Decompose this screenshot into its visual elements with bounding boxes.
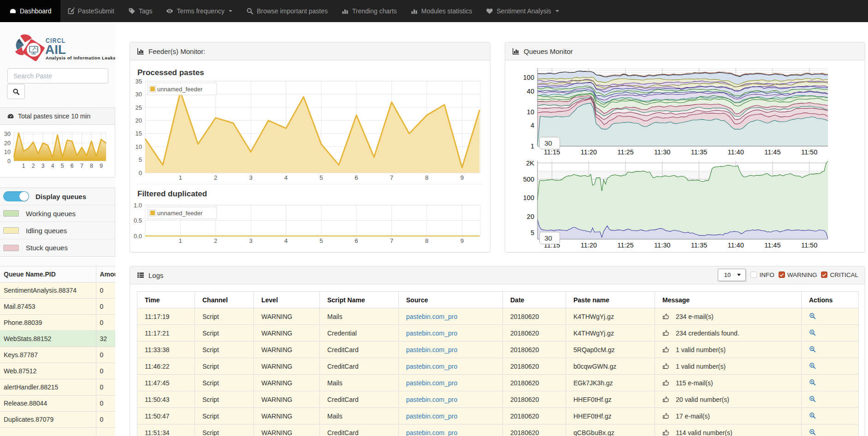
logs-col-source: Source bbox=[399, 292, 503, 308]
queue-amount: 0 bbox=[96, 283, 115, 299]
filter-warning: WARNING bbox=[779, 271, 817, 278]
logs-col-level: Level bbox=[254, 292, 320, 308]
logs-col-actions: Actions bbox=[802, 292, 859, 308]
filtered-duplicated-chart: 1234567890.00.51.0unnamed_feeder bbox=[131, 203, 484, 245]
log-row: 11:50:47ScriptWARNINGMailspastebin.com_p… bbox=[137, 408, 859, 424]
search-icon bbox=[246, 7, 254, 15]
log-message: 17 e-mail(s) bbox=[676, 412, 710, 420]
bar-chart-icon bbox=[137, 47, 144, 55]
log-paste-name: qCBGbuBx.gz bbox=[566, 424, 655, 436]
nav-item-pastesubmit[interactable]: PasteSubmit bbox=[60, 0, 121, 22]
search-plus-icon[interactable] bbox=[809, 412, 816, 419]
svg-text:20: 20 bbox=[4, 140, 11, 147]
log-script: Credential bbox=[320, 325, 399, 342]
log-row: 11:33:38ScriptWARNINGCreditCardpastebin.… bbox=[137, 342, 859, 358]
log-script: CreditCard bbox=[320, 342, 399, 358]
logo-wrap[interactable]: CIRCL AIL Analysis of Information Leaks bbox=[0, 22, 115, 68]
log-source-link[interactable]: pastebin.com_pro bbox=[406, 379, 457, 387]
search-input[interactable] bbox=[7, 68, 108, 83]
legend-row: Stuck queues bbox=[0, 239, 115, 256]
queue-row: Release.880440 bbox=[0, 395, 115, 412]
roller-input-bottom[interactable]: 30 bbox=[539, 232, 560, 244]
checkbox-critical[interactable] bbox=[821, 271, 827, 278]
log-date: 20180620 bbox=[503, 375, 566, 391]
svg-text:25: 25 bbox=[136, 104, 142, 111]
svg-text:3: 3 bbox=[249, 174, 252, 181]
log-source-link[interactable]: pastebin.com_pro bbox=[406, 330, 457, 337]
nav-item-tags[interactable]: Tags bbox=[121, 0, 159, 22]
log-script: CreditCard bbox=[320, 391, 399, 408]
svg-text:11:35: 11:35 bbox=[691, 242, 707, 249]
roller-input-top[interactable]: 30 bbox=[539, 137, 560, 149]
log-source-link[interactable]: pastebin.com_pro bbox=[406, 429, 457, 436]
queues-legend-rows: Working queuesIdling queuesStuck queues bbox=[0, 205, 115, 256]
svg-text:5: 5 bbox=[139, 156, 142, 163]
svg-text:1.0: 1.0 bbox=[134, 203, 142, 209]
log-time: 11:47:45 bbox=[137, 375, 195, 391]
nav-item-modules-statistics[interactable]: Modules statistics bbox=[404, 0, 479, 22]
search-plus-icon[interactable] bbox=[809, 346, 816, 353]
log-source-link[interactable]: pastebin.com_pro bbox=[406, 363, 457, 370]
tag-icon bbox=[128, 7, 136, 15]
svg-text:11:20: 11:20 bbox=[581, 148, 597, 156]
queue-amount bbox=[96, 428, 115, 436]
nav-item-label: Dashboard bbox=[20, 7, 52, 15]
queue-name: Keys.87787 bbox=[0, 347, 96, 363]
thumbs-up-icon bbox=[662, 363, 669, 370]
log-channel: Script bbox=[195, 375, 254, 391]
logs-col-script-name: Script Name bbox=[320, 292, 399, 308]
search-plus-icon[interactable] bbox=[809, 312, 816, 319]
queue-name: alertHandler.88215 bbox=[0, 379, 96, 395]
svg-text:20: 20 bbox=[136, 117, 142, 124]
queue-amount: 0 bbox=[96, 363, 115, 379]
thumbs-up-icon bbox=[662, 330, 669, 336]
display-queues-toggle[interactable] bbox=[3, 191, 29, 201]
edit-square-icon bbox=[67, 7, 75, 15]
legend-label: Working queues bbox=[26, 210, 76, 218]
log-source-link[interactable]: pastebin.com_pro bbox=[406, 396, 457, 403]
log-channel: Script bbox=[195, 342, 254, 358]
search-plus-icon[interactable] bbox=[809, 379, 816, 386]
select-arrow-icon bbox=[737, 274, 741, 276]
log-level: WARNING bbox=[254, 308, 320, 325]
svg-text:6: 6 bbox=[355, 174, 358, 181]
tachometer-icon bbox=[9, 7, 17, 15]
nav-item-terms-frequency[interactable]: Terms frequency bbox=[159, 0, 239, 22]
queue-amount: 0 bbox=[96, 299, 115, 315]
queue-row: WebStats.8815232 bbox=[0, 331, 115, 347]
nav-item-trending-charts[interactable]: Trending charts bbox=[335, 0, 404, 22]
search-plus-icon[interactable] bbox=[809, 329, 816, 336]
svg-text:11:30: 11:30 bbox=[654, 148, 670, 156]
log-source-link[interactable]: pastebin.com_pro bbox=[406, 346, 457, 354]
log-channel: Script bbox=[195, 308, 254, 325]
logs-controls: 10 INFOWARNINGCRITICAL bbox=[718, 266, 858, 283]
log-paste-name: EGk7JK3h.gz bbox=[566, 375, 655, 391]
nav-item-label: PasteSubmit bbox=[78, 7, 114, 15]
svg-text:11:30: 11:30 bbox=[654, 242, 670, 249]
checkbox-warning[interactable] bbox=[779, 271, 785, 278]
nav-item-dashboard[interactable]: Dashboard bbox=[0, 0, 60, 22]
log-row: 11:46:22ScriptWARNINGCreditCardpastebin.… bbox=[137, 358, 859, 375]
checkbox-info[interactable] bbox=[750, 271, 757, 278]
processed-pastes: 12345678905101520253035unnamed_feeder bbox=[131, 79, 483, 181]
main-content: Feeder(s) Monitor: Processed pastes 1234… bbox=[115, 22, 868, 436]
search-plus-icon[interactable] bbox=[809, 362, 816, 369]
logs-col-time: Time bbox=[137, 292, 195, 308]
total-pastes-panel: Total pastes since 10 min 12345678901020… bbox=[0, 107, 115, 177]
svg-text:7: 7 bbox=[80, 163, 83, 169]
search-plus-icon[interactable] bbox=[809, 429, 816, 436]
log-source-link[interactable]: pastebin.com_pro bbox=[406, 412, 457, 420]
nav-item-browse-important-pastes[interactable]: Browse important pastes bbox=[239, 0, 335, 22]
nav-item-label: Sentiment Analysis bbox=[496, 7, 551, 15]
svg-text:30: 30 bbox=[4, 131, 11, 137]
queue-name: Mail.87453 bbox=[0, 299, 96, 315]
log-paste-name: K4THWgYj.gz bbox=[566, 308, 655, 325]
queue-amount: 32 bbox=[96, 331, 115, 347]
search-plus-icon[interactable] bbox=[809, 395, 816, 402]
search-button[interactable] bbox=[7, 84, 25, 99]
svg-text:10: 10 bbox=[4, 149, 11, 155]
nav-item-sentiment-analysis[interactable]: Sentiment Analysis bbox=[479, 0, 566, 22]
page-size-select[interactable]: 10 bbox=[718, 269, 746, 281]
svg-text:unnamed_feeder: unnamed_feeder bbox=[157, 86, 203, 93]
log-source-link[interactable]: pastebin.com_pro bbox=[406, 313, 457, 320]
